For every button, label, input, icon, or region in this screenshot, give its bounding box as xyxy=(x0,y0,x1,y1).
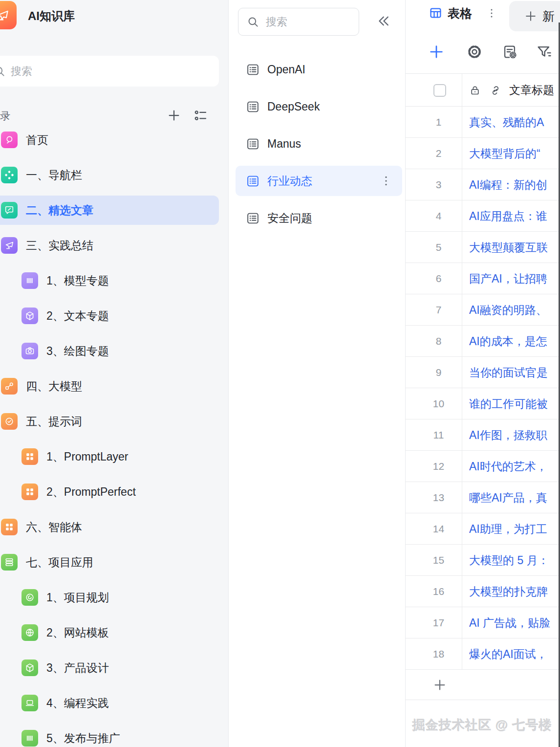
sidebar-item[interactable]: 五、提示词 xyxy=(0,407,219,436)
filter-icon[interactable] xyxy=(536,44,552,60)
select-all-checkbox[interactable] xyxy=(433,84,446,97)
doc-item[interactable]: 行业动态 xyxy=(236,166,402,196)
article-title-link[interactable]: 哪些AI产品，真 xyxy=(469,491,547,504)
article-title-link[interactable]: AI作图，拯救职 xyxy=(469,429,547,441)
sidebar-item[interactable]: 首页 xyxy=(0,125,219,154)
table-row[interactable]: 5 大模型颠覆互联 xyxy=(406,232,560,263)
doc-search-input[interactable]: 搜索 xyxy=(238,8,359,36)
add-field-button[interactable] xyxy=(428,44,445,60)
directory-settings-button[interactable] xyxy=(194,108,208,123)
row-number: 16 xyxy=(406,576,472,607)
sidebar-item[interactable]: 二、精选文章 xyxy=(0,196,219,225)
table-row[interactable]: 14 AI助理，为打工 xyxy=(406,513,560,545)
table-row[interactable]: 6 国产AI，让招聘 xyxy=(406,263,560,294)
article-title-link[interactable]: AI融资的明路、 xyxy=(469,304,547,316)
doc-item[interactable]: 安全问题 xyxy=(236,203,402,233)
doc-item[interactable]: Manus xyxy=(236,129,402,159)
sidebar-item-icon xyxy=(22,695,38,711)
sidebar-item-icon xyxy=(22,308,38,324)
article-title-link[interactable]: AI 广告战，贴脸 xyxy=(469,616,550,629)
sidebar-item[interactable]: 1、项目规划 xyxy=(0,583,219,612)
plus-icon xyxy=(524,9,538,23)
table-row[interactable]: 12 AI时代的艺术， xyxy=(406,451,560,482)
title-cell: 国产AI，让招聘 xyxy=(462,263,560,294)
table-row[interactable]: 2 大模型背后的“ xyxy=(406,138,560,169)
article-title-link[interactable]: 国产AI，让招聘 xyxy=(469,272,547,285)
table-row[interactable]: 3 AI编程：新的创 xyxy=(406,169,560,200)
view-tab-bar: 表格 新 xyxy=(406,0,560,31)
add-page-button[interactable] xyxy=(167,108,181,123)
table-row[interactable]: 13 哪些AI产品，真 xyxy=(406,482,560,513)
article-title-link[interactable]: 当你的面试官是 xyxy=(469,366,548,379)
collapse-panel-button[interactable] xyxy=(374,12,392,30)
sidebar-item-icon xyxy=(22,624,38,641)
directory-section-header: 录 xyxy=(0,107,219,124)
article-title-link[interactable]: 大模型颠覆互联 xyxy=(469,241,548,254)
article-title-link[interactable]: 大模型的扑克牌 xyxy=(469,585,548,598)
table-row[interactable]: 1 真实、残酷的A xyxy=(406,107,560,138)
table-row[interactable]: 8 AI的成本，是怎 xyxy=(406,326,560,357)
more-menu-icon[interactable] xyxy=(380,175,392,187)
table-row[interactable]: 11 AI作图，拯救职 xyxy=(406,419,560,451)
settings-gear-icon[interactable] xyxy=(466,44,483,60)
sidebar-item-icon xyxy=(22,589,38,606)
sidebar-item[interactable]: 3、产品设计 xyxy=(0,653,219,682)
sidebar-search-input[interactable]: 搜索 xyxy=(0,56,219,87)
table-row[interactable]: 16 大模型的扑克牌 xyxy=(406,576,560,607)
table-row[interactable]: 15 大模型的 5 月： xyxy=(406,545,560,576)
sidebar-item[interactable]: 三、实践总结 xyxy=(0,231,219,260)
sidebar-item-label: 五、提示词 xyxy=(26,414,82,429)
table-row[interactable]: 18 爆火的AI面试， xyxy=(406,638,560,670)
search-icon xyxy=(0,65,6,78)
title-cell: 大模型的 5 月： xyxy=(462,545,560,575)
sidebar-item-icon xyxy=(1,202,18,219)
table-row[interactable]: 7 AI融资的明路、 xyxy=(406,294,560,326)
table-row[interactable]: 4 AI应用盘点：谁 xyxy=(406,200,560,232)
wiki-sidebar: AI知识库 搜索 录 首页 xyxy=(0,0,229,747)
row-number: 5 xyxy=(406,232,472,263)
sidebar-item[interactable]: 2、文本专题 xyxy=(0,301,219,330)
sidebar-item[interactable]: 一、导航栏 xyxy=(0,160,219,190)
doc-item[interactable]: OpenAI xyxy=(236,54,402,85)
sidebar-item[interactable]: 1、模型专题 xyxy=(0,266,219,295)
table-row[interactable]: 17 AI 广告战，贴脸 xyxy=(406,607,560,638)
doc-item[interactable]: DeepSeek xyxy=(236,91,402,122)
sidebar-item[interactable]: 四、大模型 xyxy=(0,372,219,401)
table-doc-icon xyxy=(246,212,259,225)
article-title-link[interactable]: 真实、残酷的A xyxy=(469,116,544,129)
sidebar-item-label: 四、大模型 xyxy=(26,379,82,394)
article-title-link[interactable]: AI应用盘点：谁 xyxy=(469,210,547,222)
title-cell: AI作图，拯救职 xyxy=(462,419,560,450)
row-number: 17 xyxy=(406,607,472,638)
doc-item-label: Manus xyxy=(267,137,301,151)
column-header-title[interactable]: 文章标题 xyxy=(509,74,554,106)
title-cell: AI编程：新的创 xyxy=(462,169,560,200)
sidebar-item[interactable]: 2、网站模板 xyxy=(0,618,219,647)
article-title-link[interactable]: 大模型背后的“ xyxy=(469,147,540,160)
sidebar-item-icon xyxy=(22,343,38,359)
sidebar-item[interactable]: 七、项目应用 xyxy=(0,548,219,577)
article-title-link[interactable]: 大模型的 5 月： xyxy=(469,554,549,567)
sidebar-item[interactable]: 1、PromptLayer xyxy=(0,442,219,471)
sidebar-item-label: 1、模型专题 xyxy=(46,273,109,288)
article-title-link[interactable]: AI时代的艺术， xyxy=(469,460,547,473)
sidebar-item[interactable]: 5、发布与推广 xyxy=(0,724,219,747)
sidebar-item-label: 一、导航栏 xyxy=(26,168,82,183)
add-view-tab[interactable]: 新 xyxy=(509,1,560,31)
table-row[interactable]: 10 谁的工作可能被 xyxy=(406,388,560,419)
article-title-link[interactable]: AI的成本，是怎 xyxy=(469,335,547,348)
article-title-link[interactable]: AI编程：新的创 xyxy=(469,178,547,191)
view-tab-label[interactable]: 表格 xyxy=(448,0,472,26)
table-row[interactable]: 9 当你的面试官是 xyxy=(406,357,560,388)
article-title-link[interactable]: 爆火的AI面试， xyxy=(469,648,547,660)
article-title-link[interactable]: AI助理，为打工 xyxy=(469,523,547,535)
sidebar-item[interactable]: 3、绘图专题 xyxy=(0,336,219,366)
article-title-link[interactable]: 谁的工作可能被 xyxy=(469,397,548,410)
view-menu-icon[interactable] xyxy=(485,7,498,20)
field-config-icon[interactable] xyxy=(501,44,518,60)
sidebar-item[interactable]: 六、智能体 xyxy=(0,512,219,542)
sidebar-item[interactable]: 4、编程实践 xyxy=(0,688,219,718)
sidebar-item-label: 3、产品设计 xyxy=(46,660,109,676)
add-record-row[interactable] xyxy=(406,670,560,700)
sidebar-item[interactable]: 2、PromptPerfect xyxy=(0,477,219,506)
